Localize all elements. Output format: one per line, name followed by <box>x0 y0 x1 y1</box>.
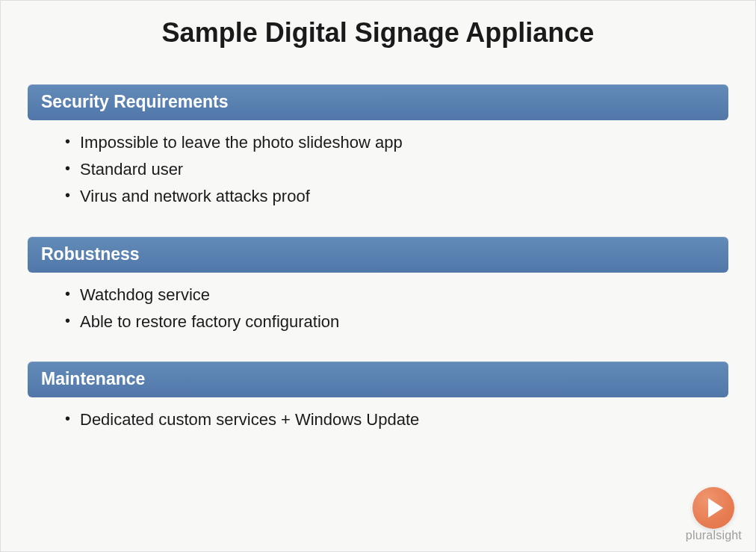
list-item: Dedicated custom services + Windows Upda… <box>65 408 721 432</box>
section-heading: Robustness <box>28 237 728 273</box>
section-heading: Security Requirements <box>28 84 728 120</box>
section-body: Watchdog service Able to restore factory… <box>28 273 728 341</box>
play-icon <box>693 487 734 529</box>
list-item: Standard user <box>65 158 721 182</box>
brand-name: pluralsight <box>686 529 742 542</box>
list-item: Able to restore factory configuration <box>65 310 721 334</box>
slide-title: Sample Digital Signage Appliance <box>1 17 755 49</box>
section-security: Security Requirements Impossible to leav… <box>28 84 728 216</box>
section-body: Impossible to leave the photo slideshow … <box>28 120 728 216</box>
slide-content: Security Requirements Impossible to leav… <box>1 84 755 439</box>
list-item: Impossible to leave the photo slideshow … <box>65 131 721 155</box>
section-robustness: Robustness Watchdog service Able to rest… <box>28 237 728 341</box>
section-heading: Maintenance <box>28 362 728 397</box>
section-maintenance: Maintenance Dedicated custom services + … <box>28 362 728 439</box>
section-body: Dedicated custom services + Windows Upda… <box>28 397 728 439</box>
list-item: Virus and network attacks proof <box>65 184 721 208</box>
brand-logo: pluralsight <box>686 487 742 542</box>
list-item: Watchdog service <box>65 283 721 307</box>
